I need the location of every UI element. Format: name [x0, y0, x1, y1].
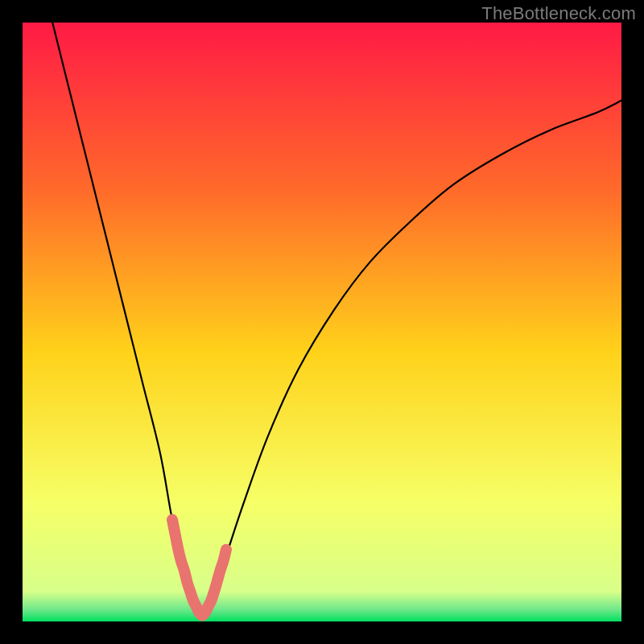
outer-frame: TheBottleneck.com	[0, 0, 644, 644]
gradient-background	[23, 23, 621, 621]
watermark-text: TheBottleneck.com	[481, 3, 636, 24]
chart-svg	[23, 23, 621, 621]
chart-plot-area	[23, 23, 621, 621]
